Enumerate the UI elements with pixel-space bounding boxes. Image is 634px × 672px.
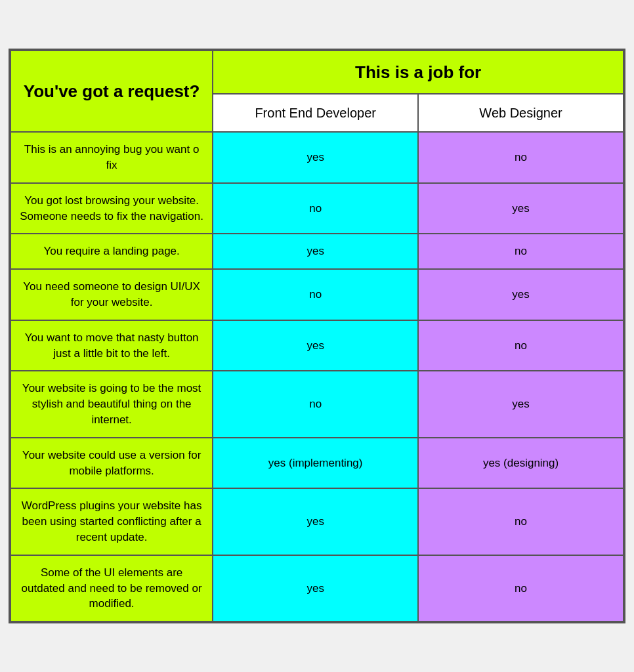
- table-row-designer: no: [418, 320, 623, 371]
- table-row-frontend: yes: [213, 488, 418, 555]
- table-row-frontend: no: [213, 269, 418, 320]
- table-row-request: You require a landing page.: [11, 234, 213, 269]
- table-row-frontend: yes (implementing): [213, 438, 418, 489]
- table-row-frontend: yes: [213, 555, 418, 621]
- table-row-frontend: no: [213, 183, 418, 234]
- table-row-designer: no: [418, 234, 623, 269]
- header-web-designer: Web Designer: [418, 94, 623, 132]
- table-row-designer: yes: [418, 183, 623, 234]
- table-row-designer: yes (designing): [418, 438, 623, 489]
- table-row-designer: no: [418, 488, 623, 555]
- table-row-request: Some of the UI elements are outdated and…: [11, 555, 213, 621]
- header-request: You've got a request?: [11, 51, 213, 132]
- header-job-for: This is a job for: [213, 51, 623, 94]
- table-row-request: You need someone to design UI/UX for you…: [11, 269, 213, 320]
- table-row-frontend: no: [213, 371, 418, 437]
- table-row-request: Your website is going to be the most sty…: [11, 371, 213, 437]
- comparison-table: You've got a request? This is a job for …: [9, 49, 625, 623]
- table-row-request: This is an annoying bug you want o fix: [11, 132, 213, 183]
- table-row-designer: no: [418, 132, 623, 183]
- table-row-request: You got lost browsing your website. Some…: [11, 183, 213, 234]
- table-row-request: Your website could use a version for mob…: [11, 438, 213, 489]
- header-frontend-developer: Front End Developer: [213, 94, 418, 132]
- table-row-designer: no: [418, 555, 623, 621]
- table-row-request: WordPress plugins your website has been …: [11, 488, 213, 555]
- table-row-frontend: yes: [213, 234, 418, 269]
- table-row-designer: yes: [418, 371, 623, 437]
- table-row-request: You want to move that nasty button just …: [11, 320, 213, 371]
- table-row-frontend: yes: [213, 132, 418, 183]
- table-row-designer: yes: [418, 269, 623, 320]
- table-row-frontend: yes: [213, 320, 418, 371]
